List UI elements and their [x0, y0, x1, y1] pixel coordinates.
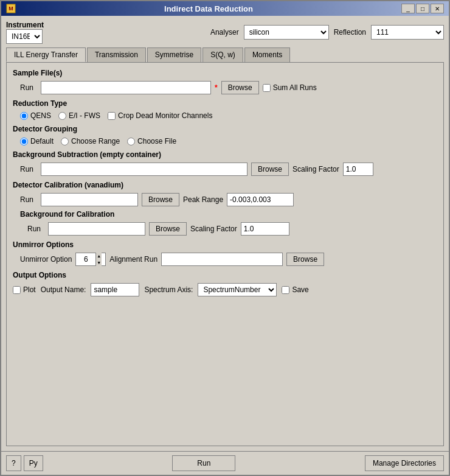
background-subtraction-row: Run Browse Scaling Factor: [20, 163, 437, 176]
save-label: Save: [292, 285, 308, 294]
detector-calibration-title: Detector Calibration (vanadium): [13, 181, 437, 189]
plot-row: Plot: [13, 285, 36, 294]
output-options-row: Plot Output Name: Spectrum Axis: Spectru…: [13, 283, 437, 296]
bg-run-label: Run: [20, 165, 37, 173]
main-content: Instrument IN16B Analyser silicon Reflec…: [1, 16, 449, 451]
default-label: Default: [30, 137, 54, 145]
analyser-select[interactable]: silicon: [244, 25, 329, 40]
instrument-block: Instrument IN16B: [6, 21, 44, 44]
detector-grouping-group: Default Choose Range Choose File: [20, 137, 437, 145]
manage-directories-button[interactable]: Manage Directories: [365, 455, 444, 471]
detector-grouping-title: Detector Grouping: [13, 125, 437, 133]
bg-cal-browse-button[interactable]: Browse: [149, 222, 187, 236]
required-star: *: [215, 83, 218, 92]
bg-calibration-section: Background for Calibration Run Browse Sc…: [20, 210, 437, 236]
eil-fws-option: E/I - FWS: [58, 111, 100, 120]
reflection-select[interactable]: 111: [371, 25, 444, 40]
bg-scaling-input[interactable]: [343, 163, 373, 176]
det-run-label: Run: [20, 195, 37, 204]
peak-range-input[interactable]: [227, 193, 294, 206]
eil-fws-radio[interactable]: [58, 112, 66, 120]
sample-files-title: Sample File(s): [13, 69, 437, 77]
reflection-label: Reflection: [334, 28, 366, 37]
svg-text:M: M: [9, 5, 13, 12]
default-radio[interactable]: [20, 138, 28, 145]
alignment-browse-button[interactable]: Browse: [286, 253, 324, 266]
qens-option: QENS: [20, 111, 51, 120]
crop-dead-monitor-checkbox[interactable]: [108, 112, 116, 120]
bg-scaling-label: Scaling Factor: [292, 165, 339, 173]
det-browse-button[interactable]: Browse: [142, 193, 179, 206]
crop-dead-monitor-label: Crop Dead Monitor Channels: [118, 111, 212, 120]
bottom-bar: ? Py Run Manage Directories: [1, 451, 449, 475]
choose-file-label: Choose File: [137, 137, 176, 145]
unmirror-spinbox: ▲ ▼: [75, 253, 106, 266]
sample-run-input[interactable]: [41, 81, 211, 94]
spin-arrows: ▲ ▼: [95, 253, 102, 266]
unmirror-spinbox-input[interactable]: [76, 254, 95, 265]
eil-fws-label: E/I - FWS: [69, 111, 100, 120]
bg-cal-scaling-label: Scaling Factor: [190, 225, 237, 233]
choose-range-label: Choose Range: [71, 137, 120, 145]
main-window: M Indirect Data Reduction _ □ ✕ Instrume…: [0, 0, 450, 476]
tab-bar: ILL Energy Transfer Transmission Symmetr…: [6, 47, 444, 62]
tab-sqw[interactable]: S(Q, w): [202, 47, 243, 62]
unmirror-option-label: Unmirror Option: [20, 255, 72, 264]
tab-symmetrise[interactable]: Symmetrise: [147, 47, 201, 62]
spin-down-arrow[interactable]: ▼: [95, 259, 102, 266]
titlebar: M Indirect Data Reduction _ □ ✕: [1, 1, 449, 16]
alignment-run-input[interactable]: [161, 253, 283, 266]
tab-ill-energy-transfer[interactable]: ILL Energy Transfer: [6, 47, 86, 62]
close-button[interactable]: ✕: [431, 4, 444, 13]
sum-all-runs-checkbox[interactable]: [263, 84, 271, 92]
app-icon: M: [6, 4, 16, 13]
bg-cal-run-input[interactable]: [48, 222, 145, 236]
choose-range-option: Choose Range: [61, 137, 120, 145]
default-option: Default: [20, 137, 54, 145]
plot-label: Plot: [23, 285, 36, 294]
bg-cal-scaling-input[interactable]: [241, 222, 289, 236]
tab-moments[interactable]: Moments: [244, 47, 290, 62]
instrument-row: Instrument IN16B Analyser silicon Reflec…: [6, 21, 444, 44]
output-options-title: Output Options: [13, 271, 437, 279]
window-controls: _ □ ✕: [401, 4, 444, 13]
background-subtraction-title: Background Subtraction (empty container): [13, 150, 437, 159]
bg-run-input[interactable]: [41, 163, 248, 176]
window-title: Indirect Data Reduction: [16, 4, 401, 13]
bg-browse-button[interactable]: Browse: [251, 163, 289, 176]
choose-range-radio[interactable]: [61, 138, 69, 145]
qens-radio[interactable]: [20, 112, 28, 120]
sum-all-runs-row: Sum All Runs: [263, 83, 317, 92]
output-name-input[interactable]: [91, 283, 139, 296]
choose-file-radio[interactable]: [127, 138, 135, 145]
reduction-type-group: QENS E/I - FWS Crop Dead Monitor Channel…: [20, 111, 437, 120]
detector-calibration-row: Run Browse Peak Range: [20, 193, 437, 206]
save-row: Save: [282, 285, 308, 294]
tab-transmission[interactable]: Transmission: [87, 47, 146, 62]
unmirror-row: Unmirror Option ▲ ▼ Alignment Run Browse: [20, 253, 437, 266]
qens-label: QENS: [30, 111, 51, 120]
minimize-button[interactable]: _: [401, 4, 415, 13]
spectrum-axis-label: Spectrum Axis:: [144, 285, 193, 294]
choose-file-option: Choose File: [127, 137, 176, 145]
bg-calibration-title: Background for Calibration: [20, 210, 437, 219]
bg-cal-run-label: Run: [27, 225, 44, 233]
maximize-button[interactable]: □: [416, 4, 429, 13]
analyser-label: Analyser: [210, 28, 239, 37]
spectrum-axis-select[interactable]: SpectrumNumber Q Q2: [198, 283, 277, 296]
help-button[interactable]: ?: [6, 455, 21, 471]
crop-dead-monitor-row: Crop Dead Monitor Channels: [108, 111, 212, 120]
instrument-label: Instrument: [6, 21, 44, 29]
analyser-row: Analyser silicon Reflection 111: [51, 25, 444, 40]
bg-calibration-row: Run Browse Scaling Factor: [27, 222, 437, 236]
sum-all-runs-label: Sum All Runs: [273, 83, 317, 92]
spin-up-arrow[interactable]: ▲: [95, 253, 102, 259]
instrument-select[interactable]: IN16B: [6, 29, 43, 44]
save-checkbox[interactable]: [282, 286, 289, 294]
sample-browse-button[interactable]: Browse: [221, 81, 259, 94]
unmirror-title: Unmirror Options: [13, 240, 437, 249]
python-button[interactable]: Py: [24, 455, 43, 471]
run-button[interactable]: Run: [172, 455, 235, 471]
plot-checkbox[interactable]: [13, 286, 21, 294]
det-run-input[interactable]: [41, 193, 138, 206]
